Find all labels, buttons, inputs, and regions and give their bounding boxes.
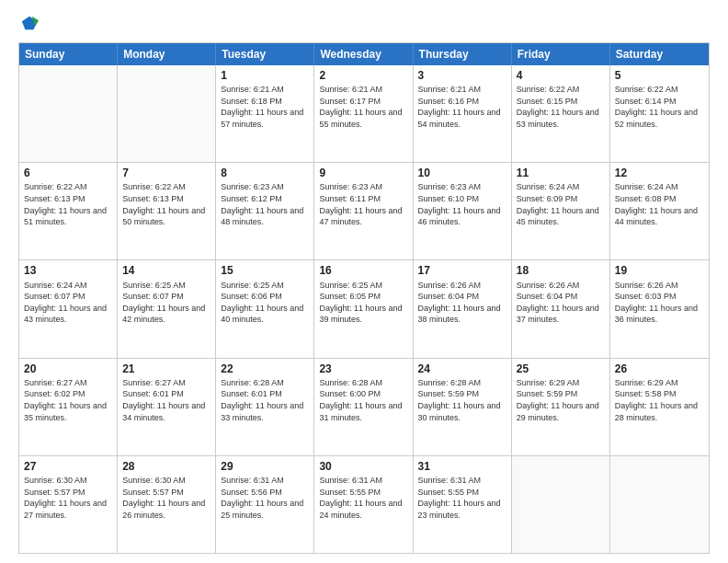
- cell-info: Sunrise: 6:30 AMSunset: 5:57 PMDaylight:…: [24, 475, 112, 521]
- calendar-cell: 5Sunrise: 6:22 AMSunset: 6:14 PMDaylight…: [610, 65, 709, 162]
- day-number: 25: [517, 362, 605, 376]
- calendar-cell: [19, 65, 118, 162]
- calendar-cell: 20Sunrise: 6:27 AMSunset: 6:02 PMDayligh…: [19, 359, 118, 455]
- day-number: 6: [24, 166, 112, 180]
- cell-info: Sunrise: 6:24 AMSunset: 6:08 PMDaylight:…: [615, 181, 704, 227]
- cell-info: Sunrise: 6:22 AMSunset: 6:15 PMDaylight:…: [517, 84, 605, 130]
- day-number: 17: [418, 263, 506, 278]
- calendar-cell: 25Sunrise: 6:29 AMSunset: 5:59 PMDayligh…: [512, 359, 610, 455]
- cell-info: Sunrise: 6:25 AMSunset: 6:05 PMDaylight:…: [319, 280, 407, 326]
- day-number: 28: [122, 459, 210, 474]
- day-number: 15: [221, 263, 309, 278]
- calendar-cell: 27Sunrise: 6:30 AMSunset: 5:57 PMDayligh…: [19, 456, 118, 553]
- calendar-cell: 22Sunrise: 6:28 AMSunset: 6:01 PMDayligh…: [216, 359, 314, 455]
- cell-info: Sunrise: 6:26 AMSunset: 6:04 PMDaylight:…: [517, 280, 605, 326]
- header-day-wednesday: Wednesday: [314, 43, 413, 65]
- cell-info: Sunrise: 6:23 AMSunset: 6:12 PMDaylight:…: [221, 181, 309, 227]
- calendar-cell: 7Sunrise: 6:22 AMSunset: 6:13 PMDaylight…: [118, 163, 216, 259]
- calendar-row-5: 27Sunrise: 6:30 AMSunset: 5:57 PMDayligh…: [19, 455, 709, 553]
- cell-info: Sunrise: 6:22 AMSunset: 6:13 PMDaylight:…: [122, 181, 210, 227]
- calendar-cell: 18Sunrise: 6:26 AMSunset: 6:04 PMDayligh…: [512, 260, 610, 357]
- day-number: 9: [319, 166, 407, 180]
- cell-info: Sunrise: 6:30 AMSunset: 5:57 PMDaylight:…: [122, 475, 210, 521]
- day-number: 7: [122, 166, 210, 180]
- calendar-cell: 21Sunrise: 6:27 AMSunset: 6:01 PMDayligh…: [118, 359, 216, 455]
- calendar-row-3: 13Sunrise: 6:24 AMSunset: 6:07 PMDayligh…: [19, 259, 709, 357]
- calendar-cell: 3Sunrise: 6:21 AMSunset: 6:16 PMDaylight…: [414, 65, 512, 162]
- calendar-header: SundayMondayTuesdayWednesdayThursdayFrid…: [19, 43, 709, 65]
- calendar-cell: 10Sunrise: 6:23 AMSunset: 6:10 PMDayligh…: [414, 163, 512, 259]
- day-number: 22: [221, 362, 309, 376]
- day-number: 29: [221, 459, 309, 474]
- calendar-cell: 31Sunrise: 6:31 AMSunset: 5:55 PMDayligh…: [414, 456, 512, 553]
- calendar-cell: 14Sunrise: 6:25 AMSunset: 6:07 PMDayligh…: [118, 260, 216, 357]
- day-number: 21: [122, 362, 210, 376]
- cell-info: Sunrise: 6:21 AMSunset: 6:16 PMDaylight:…: [418, 84, 506, 130]
- header-day-monday: Monday: [118, 43, 216, 65]
- cell-info: Sunrise: 6:25 AMSunset: 6:06 PMDaylight:…: [221, 280, 309, 326]
- calendar-cell: 1Sunrise: 6:21 AMSunset: 6:18 PMDaylight…: [216, 65, 314, 162]
- header-day-tuesday: Tuesday: [216, 43, 314, 65]
- cell-info: Sunrise: 6:24 AMSunset: 6:07 PMDaylight:…: [24, 280, 112, 326]
- calendar-cell: 24Sunrise: 6:28 AMSunset: 5:59 PMDayligh…: [414, 359, 512, 455]
- calendar-cell: 17Sunrise: 6:26 AMSunset: 6:04 PMDayligh…: [414, 260, 512, 357]
- day-number: 13: [24, 263, 112, 278]
- day-number: 30: [319, 459, 407, 474]
- cell-info: Sunrise: 6:31 AMSunset: 5:56 PMDaylight:…: [221, 475, 309, 521]
- calendar-cell: 11Sunrise: 6:24 AMSunset: 6:09 PMDayligh…: [512, 163, 610, 259]
- calendar-cell: 28Sunrise: 6:30 AMSunset: 5:57 PMDayligh…: [118, 456, 216, 553]
- calendar-cell: 30Sunrise: 6:31 AMSunset: 5:55 PMDayligh…: [314, 456, 413, 553]
- calendar-grid: SundayMondayTuesdayWednesdayThursdayFrid…: [18, 42, 710, 554]
- cell-info: Sunrise: 6:28 AMSunset: 5:59 PMDaylight:…: [418, 377, 506, 423]
- day-number: 2: [319, 68, 407, 83]
- calendar-cell: 6Sunrise: 6:22 AMSunset: 6:13 PMDaylight…: [19, 163, 118, 259]
- day-number: 12: [615, 166, 704, 180]
- cell-info: Sunrise: 6:31 AMSunset: 5:55 PMDaylight:…: [418, 475, 506, 521]
- logo: [18, 15, 40, 33]
- calendar-cell: 26Sunrise: 6:29 AMSunset: 5:58 PMDayligh…: [610, 359, 709, 455]
- calendar-body: 1Sunrise: 6:21 AMSunset: 6:18 PMDaylight…: [19, 65, 709, 553]
- cell-info: Sunrise: 6:22 AMSunset: 6:13 PMDaylight:…: [24, 181, 112, 227]
- day-number: 14: [122, 263, 210, 278]
- cell-info: Sunrise: 6:23 AMSunset: 6:10 PMDaylight:…: [418, 181, 506, 227]
- day-number: 11: [517, 166, 605, 180]
- day-number: 16: [319, 263, 407, 278]
- calendar-row-2: 6Sunrise: 6:22 AMSunset: 6:13 PMDaylight…: [19, 162, 709, 259]
- cell-info: Sunrise: 6:21 AMSunset: 6:18 PMDaylight:…: [221, 84, 309, 130]
- day-number: 20: [24, 362, 112, 376]
- calendar-cell: 16Sunrise: 6:25 AMSunset: 6:05 PMDayligh…: [314, 260, 413, 357]
- header-day-friday: Friday: [512, 43, 610, 65]
- calendar-cell: [118, 65, 216, 162]
- cell-info: Sunrise: 6:25 AMSunset: 6:07 PMDaylight:…: [122, 280, 210, 326]
- day-number: 23: [319, 362, 407, 376]
- header-day-thursday: Thursday: [414, 43, 512, 65]
- cell-info: Sunrise: 6:28 AMSunset: 6:00 PMDaylight:…: [319, 377, 407, 423]
- day-number: 8: [221, 166, 309, 180]
- cell-info: Sunrise: 6:31 AMSunset: 5:55 PMDaylight:…: [319, 475, 407, 521]
- cell-info: Sunrise: 6:23 AMSunset: 6:11 PMDaylight:…: [319, 181, 407, 227]
- day-number: 3: [418, 68, 506, 83]
- day-number: 27: [24, 459, 112, 474]
- header-day-sunday: Sunday: [19, 43, 118, 65]
- day-number: 18: [517, 263, 605, 278]
- calendar-cell: [610, 456, 709, 553]
- calendar-cell: 8Sunrise: 6:23 AMSunset: 6:12 PMDaylight…: [216, 163, 314, 259]
- day-number: 1: [221, 68, 309, 83]
- day-number: 19: [615, 263, 704, 278]
- day-number: 26: [615, 362, 704, 376]
- calendar-cell: 13Sunrise: 6:24 AMSunset: 6:07 PMDayligh…: [19, 260, 118, 357]
- cell-info: Sunrise: 6:21 AMSunset: 6:17 PMDaylight:…: [319, 84, 407, 130]
- header-day-saturday: Saturday: [610, 43, 709, 65]
- calendar-page: SundayMondayTuesdayWednesdayThursdayFrid…: [0, 0, 728, 563]
- page-header: [18, 15, 710, 33]
- calendar-cell: 2Sunrise: 6:21 AMSunset: 6:17 PMDaylight…: [314, 65, 413, 162]
- day-number: 31: [418, 459, 506, 474]
- cell-info: Sunrise: 6:28 AMSunset: 6:01 PMDaylight:…: [221, 377, 309, 423]
- cell-info: Sunrise: 6:26 AMSunset: 6:03 PMDaylight:…: [615, 280, 704, 326]
- calendar-cell: 9Sunrise: 6:23 AMSunset: 6:11 PMDaylight…: [314, 163, 413, 259]
- calendar-cell: 12Sunrise: 6:24 AMSunset: 6:08 PMDayligh…: [610, 163, 709, 259]
- calendar-cell: [512, 456, 610, 553]
- calendar-cell: 23Sunrise: 6:28 AMSunset: 6:00 PMDayligh…: [314, 359, 413, 455]
- day-number: 4: [517, 68, 605, 83]
- day-number: 5: [615, 68, 704, 83]
